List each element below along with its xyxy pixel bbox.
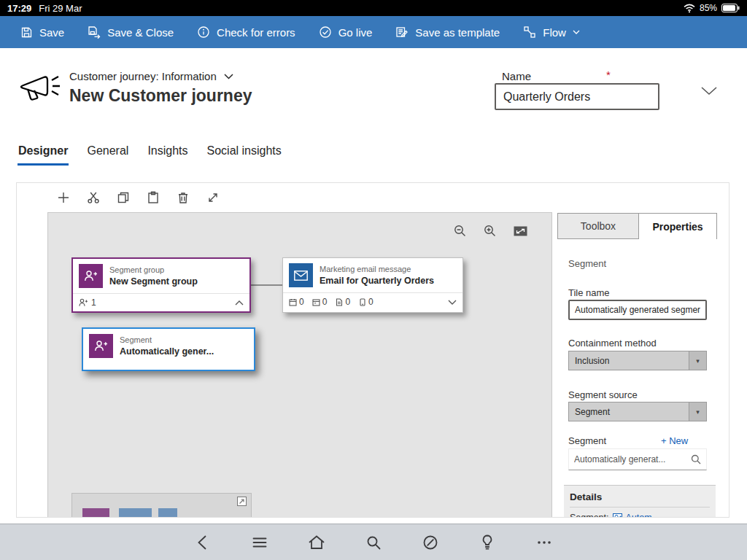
designer-canvas[interactable]: Segment group New Segment group 1 Market… (47, 212, 552, 518)
zoom-in-icon[interactable] (484, 225, 496, 237)
more-options-button[interactable]: ... (700, 513, 710, 518)
containment-method-select[interactable]: Inclusion ▾ (568, 351, 707, 370)
save-as-template-button[interactable]: Save as template (395, 26, 500, 39)
save-close-icon (88, 26, 101, 39)
check-for-errors-button[interactable]: Check for errors (197, 26, 295, 39)
collapse-header-chevron-icon[interactable] (700, 86, 718, 96)
form-tabs: Designer General Insights Social insight… (18, 143, 282, 166)
segment-field-label: Segment (568, 435, 606, 446)
menu-icon[interactable] (250, 533, 269, 552)
schedule-stat-icon (289, 298, 297, 306)
tile-type-label: Segment group (109, 265, 198, 275)
minimap-email-rect (119, 508, 152, 518)
tile-name-label: New Segment group (109, 276, 198, 287)
flow-icon (523, 26, 536, 39)
calendar-stat-icon (312, 298, 320, 306)
copy-icon[interactable] (117, 191, 130, 204)
tab-designer[interactable]: Designer (18, 143, 69, 166)
more-icon[interactable] (535, 533, 554, 552)
back-icon[interactable] (193, 533, 212, 552)
tile-name-field-label: Tile name (568, 287, 610, 298)
cut-icon[interactable] (87, 191, 100, 204)
fit-to-screen-icon[interactable] (514, 226, 527, 236)
tab-toolbox[interactable]: Toolbox (557, 213, 639, 239)
status-time: 17:29 (7, 3, 31, 14)
compass-icon[interactable] (421, 533, 440, 552)
new-segment-link[interactable]: + New (661, 435, 688, 446)
required-marker: * (606, 69, 611, 81)
ios-status-bar: 17:29 Fri 29 Mar 85% (0, 0, 747, 16)
go-live-label: Go live (338, 26, 373, 39)
email-icon (289, 263, 313, 287)
stat-count: 0 (322, 297, 328, 307)
go-live-button[interactable]: Go live (319, 26, 373, 39)
save-and-close-button[interactable]: Save & Close (88, 26, 174, 39)
segment-tile-selected[interactable]: Segment Automatically gener... (82, 327, 255, 371)
delete-icon[interactable] (177, 191, 190, 204)
segment-group-tile[interactable]: Segment group New Segment group 1 (71, 257, 251, 313)
document-stat-icon (335, 298, 343, 306)
minimap-expand-icon[interactable] (237, 497, 247, 506)
segment-lookup-input[interactable] (569, 454, 691, 464)
containment-method-value: Inclusion (569, 356, 689, 366)
save-icon (20, 26, 33, 39)
containment-method-label: Containment method (568, 338, 657, 349)
home-icon[interactable] (307, 533, 326, 552)
search-icon[interactable] (364, 533, 383, 552)
tile-type-label: Marketing email message (320, 264, 434, 274)
save-template-icon (395, 26, 409, 39)
battery-icon (721, 4, 740, 12)
flow-button[interactable]: Flow (523, 26, 580, 39)
stat-count: 0 (299, 297, 304, 307)
megaphone-icon (19, 73, 63, 105)
segment-source-label: Segment source (568, 389, 638, 400)
chevron-down-icon[interactable] (448, 300, 457, 305)
minimap-tile-rect (158, 508, 177, 518)
tab-properties[interactable]: Properties (638, 213, 717, 239)
segment-group-icon (79, 264, 103, 288)
device-stat-icon (358, 298, 366, 306)
chevron-down-icon (573, 30, 580, 34)
name-field-label: Name (502, 70, 531, 82)
check-errors-label: Check for errors (217, 26, 295, 39)
details-header: Details (570, 491, 710, 508)
name-input[interactable] (495, 83, 659, 110)
info-circle-icon (197, 26, 210, 39)
segment-lookup (568, 448, 707, 470)
minimap[interactable] (71, 493, 252, 518)
details-segment-value[interactable]: Autom... (626, 513, 660, 518)
tile-name-label: Email for Quarterly Orders (320, 275, 434, 287)
tab-social-insights[interactable]: Social insights (206, 143, 282, 166)
chevron-up-icon[interactable] (235, 300, 244, 306)
record-type-selector[interactable]: Customer journey: Information (69, 70, 233, 82)
details-section: Details Segment: Autom... ... (564, 485, 716, 518)
audience-count-icon (79, 298, 88, 307)
chevron-down-icon (224, 74, 233, 79)
check-circle-icon (319, 26, 332, 39)
entity-type-label: Segment (568, 258, 606, 269)
flow-label: Flow (543, 26, 566, 39)
segment-source-select[interactable]: Segment ▾ (568, 402, 707, 421)
tile-name-input[interactable] (568, 300, 707, 320)
details-segment-label: Segment: (570, 513, 609, 518)
lightbulb-icon[interactable] (478, 533, 497, 552)
zoom-out-icon[interactable] (454, 225, 466, 237)
add-tile-icon[interactable] (57, 191, 70, 204)
expand-icon[interactable] (206, 191, 220, 204)
save-label: Save (39, 26, 64, 39)
zoom-controls (454, 225, 527, 237)
designer-toolbar (17, 183, 220, 212)
segment-record-icon (613, 513, 622, 518)
chevron-down-icon: ▾ (689, 351, 706, 370)
paste-icon[interactable] (147, 191, 160, 204)
segment-count: 1 (91, 298, 96, 308)
segment-icon (89, 334, 113, 358)
search-icon[interactable] (691, 454, 706, 464)
save-template-label: Save as template (415, 26, 500, 39)
save-close-label: Save & Close (107, 26, 174, 39)
email-tile[interactable]: Marketing email message Email for Quarte… (282, 257, 463, 313)
tab-general[interactable]: General (86, 143, 129, 166)
tile-type-label: Segment (120, 335, 214, 345)
save-button[interactable]: Save (20, 26, 64, 39)
tab-insights[interactable]: Insights (147, 143, 188, 166)
